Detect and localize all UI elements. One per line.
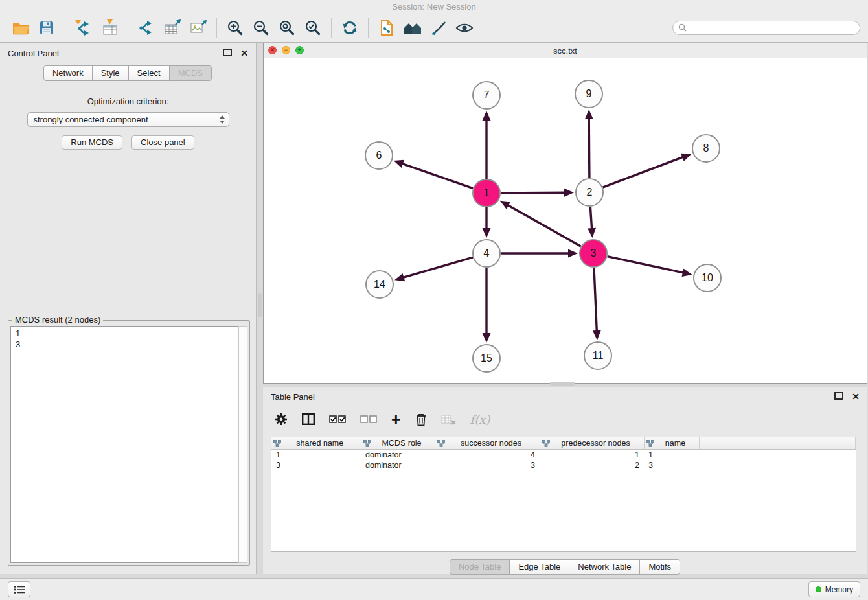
table-row[interactable]: 3dominator323 xyxy=(271,460,856,470)
column-header-predecessor-nodes[interactable]: predecessor nodes xyxy=(540,437,644,450)
mcds-result-item[interactable]: 1 xyxy=(16,328,238,339)
duplicate-document-icon xyxy=(380,19,394,36)
apply-style-button[interactable] xyxy=(426,16,451,40)
table-settings-button[interactable] xyxy=(275,413,288,426)
tab-network-table[interactable]: Network Table xyxy=(569,559,640,575)
close-table-panel-button[interactable]: ✕ xyxy=(852,391,860,402)
edge-3-10[interactable] xyxy=(608,257,685,273)
edge-3-1[interactable] xyxy=(507,205,580,247)
edge-4-14[interactable] xyxy=(402,257,473,278)
import-network-button[interactable] xyxy=(71,16,97,40)
column-header-successor-nodes[interactable]: successor nodes xyxy=(435,437,540,450)
close-mcds-panel-button[interactable]: Close panel xyxy=(131,135,194,150)
node-10[interactable]: 10 xyxy=(694,264,721,292)
edge-arrow-1-2 xyxy=(564,189,574,197)
zoom-out-button[interactable] xyxy=(248,16,274,40)
home-button[interactable] xyxy=(400,16,426,40)
cell-name[interactable]: 3 xyxy=(644,460,699,470)
gear-icon xyxy=(275,413,288,426)
deselect-rows-button[interactable] xyxy=(360,415,377,424)
node-14[interactable]: 14 xyxy=(366,271,393,298)
cell-shared-name[interactable]: 3 xyxy=(271,460,361,470)
node-15[interactable]: 15 xyxy=(473,345,500,372)
edge-1-2[interactable] xyxy=(501,192,566,193)
column-header-name[interactable]: name xyxy=(644,437,699,450)
column-header-mcds-role[interactable]: MCDS role xyxy=(361,437,435,450)
column-header-shared-name[interactable]: shared name xyxy=(271,437,361,450)
cell-successor-nodes[interactable]: 3 xyxy=(435,460,540,470)
node-9[interactable]: 9 xyxy=(575,80,602,108)
zoom-in-button[interactable] xyxy=(222,16,248,40)
split-view-button[interactable] xyxy=(302,413,315,425)
window-titlebar[interactable]: Session: New Session xyxy=(0,0,868,13)
export-network-button[interactable] xyxy=(133,16,159,40)
open-session-button[interactable] xyxy=(8,16,34,40)
float-table-panel-button[interactable] xyxy=(834,392,843,402)
node-label-14: 14 xyxy=(374,279,385,290)
cell-predecessor-nodes[interactable]: 2 xyxy=(540,460,644,470)
select-all-rows-button[interactable] xyxy=(329,415,346,424)
cell-name[interactable]: 1 xyxy=(644,450,699,461)
delete-table-button[interactable] xyxy=(441,414,456,425)
mcds-result-scrollbar[interactable] xyxy=(238,326,247,563)
cell-shared-name[interactable]: 1 xyxy=(271,450,361,461)
tab-mcds[interactable]: MCDS xyxy=(169,65,212,81)
float-window-icon xyxy=(223,49,232,56)
criterion-dropdown[interactable]: strongly connected component xyxy=(27,112,229,127)
tab-node-table[interactable]: Node Table xyxy=(450,559,510,575)
node-1[interactable]: 1 xyxy=(473,179,500,207)
delete-columns-button[interactable] xyxy=(415,413,427,426)
edge-2-8[interactable] xyxy=(603,157,685,188)
export-image-button[interactable] xyxy=(185,16,211,40)
node-3[interactable]: 3 xyxy=(580,240,607,267)
close-window-button[interactable]: ✕ xyxy=(268,46,277,54)
edge-2-9[interactable] xyxy=(589,117,589,178)
memory-button[interactable]: Memory xyxy=(808,581,860,597)
show-graphics-button[interactable] xyxy=(451,16,477,40)
zoom-window-button[interactable]: + xyxy=(295,46,304,54)
table-row[interactable]: 1dominator411 xyxy=(271,450,856,461)
task-history-button[interactable] xyxy=(8,581,30,597)
network-window-titlebar[interactable]: ✕−+ scc.txt xyxy=(264,43,867,58)
import-table-button[interactable] xyxy=(97,16,122,40)
minimize-window-button[interactable]: − xyxy=(282,46,290,54)
close-control-panel-button[interactable]: ✕ xyxy=(240,48,248,58)
duplicate-network-button[interactable] xyxy=(374,16,400,40)
tab-motifs[interactable]: Motifs xyxy=(639,559,680,575)
edge-2-3[interactable] xyxy=(590,207,591,230)
tab-style[interactable]: Style xyxy=(92,65,129,81)
mcds-buttons-row: Run MCDS Close panel xyxy=(0,135,256,150)
refresh-layout-button[interactable] xyxy=(337,16,363,40)
cell-predecessor-nodes[interactable]: 1 xyxy=(540,450,644,461)
cell-successor-nodes[interactable]: 4 xyxy=(435,450,540,461)
cell-mcds-role[interactable]: dominator xyxy=(361,460,435,470)
add-column-button[interactable]: + xyxy=(391,413,401,426)
horizontal-splitter-handle[interactable] xyxy=(550,382,575,386)
edge-1-6[interactable] xyxy=(401,163,473,189)
node-7[interactable]: 7 xyxy=(473,82,500,109)
tab-select[interactable]: Select xyxy=(128,65,170,81)
node-8[interactable]: 8 xyxy=(692,135,720,162)
zoom-fit-button[interactable] xyxy=(274,16,300,40)
mcds-result-item[interactable]: 3 xyxy=(16,339,238,350)
search-text-field[interactable] xyxy=(690,23,854,33)
float-panel-button[interactable] xyxy=(223,49,232,58)
tab-edge-table[interactable]: Edge Table xyxy=(509,559,569,575)
node-6[interactable]: 6 xyxy=(365,142,393,169)
function-builder-button[interactable]: f(x) xyxy=(470,413,490,426)
node-4[interactable]: 4 xyxy=(473,240,500,267)
search-input[interactable] xyxy=(672,21,860,35)
vertical-splitter-handle[interactable] xyxy=(258,293,262,317)
save-session-button[interactable] xyxy=(34,16,60,40)
zoom-selected-button[interactable] xyxy=(300,16,326,40)
run-mcds-button[interactable]: Run MCDS xyxy=(62,135,122,150)
tab-network[interactable]: Network xyxy=(43,65,93,81)
edge-3-11[interactable] xyxy=(594,268,597,332)
cell-mcds-role[interactable]: dominator xyxy=(361,450,435,461)
node-2[interactable]: 2 xyxy=(576,179,603,206)
node-11[interactable]: 11 xyxy=(584,342,611,369)
mcds-result-list[interactable]: 13 xyxy=(10,326,238,563)
network-canvas[interactable]: 7968124314101511 xyxy=(264,58,867,383)
export-table-button[interactable] xyxy=(159,16,185,40)
optimization-criterion-label: Optimization criterion: xyxy=(0,97,256,106)
